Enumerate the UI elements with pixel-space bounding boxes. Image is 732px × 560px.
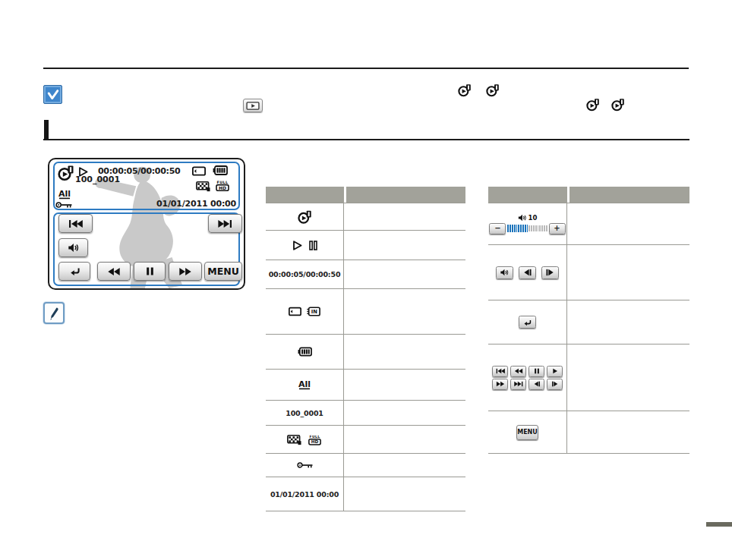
osd-indicators-table: 00:00:05/00:00:50 100_0001 01/01/2011 00… (266, 187, 465, 511)
top-divider (43, 68, 689, 69)
description-cell (344, 231, 465, 260)
frame-forward-icon (545, 269, 555, 276)
protect-key-icon (297, 461, 313, 469)
protect-key-icon (55, 201, 72, 209)
battery-icon (213, 165, 228, 175)
table-header-icon-col (266, 187, 344, 203)
playback-mode-button-icon (243, 99, 263, 112)
speaker-button[interactable] (496, 266, 513, 279)
description-cell (344, 203, 465, 230)
skip-next-button[interactable] (208, 214, 242, 233)
movie-play-mode-icon (458, 83, 472, 97)
description-cell (344, 477, 465, 511)
movie-play-mode-icon (298, 209, 312, 225)
lcd-playback-screen: 00:00:05/00:00:50 100_0001 01/01/2011 00… (48, 158, 245, 290)
battery-icon (298, 347, 312, 357)
fast-forward-button[interactable] (492, 379, 508, 390)
skip-previous-button[interactable] (58, 214, 93, 233)
full-hd-icon (214, 180, 231, 191)
rewind-button[interactable] (97, 262, 131, 281)
skip-next-icon (514, 381, 523, 387)
manual-page: 00:00:05/00:00:50 100_0001 01/01/2011 00… (0, 0, 732, 560)
table-row (488, 300, 689, 344)
date-time: 01/01/2011 00:00 (156, 199, 236, 209)
table-header (488, 187, 689, 203)
table-row: 01/01/2011 00:00 (266, 477, 465, 511)
note-check-icon (43, 85, 62, 104)
frame-back-button[interactable] (519, 266, 536, 279)
table-row: MENU (488, 411, 689, 454)
pause-filled-icon (532, 368, 541, 374)
section-title-bar (44, 120, 49, 140)
description-cell (344, 370, 465, 400)
play-option-all-icon (298, 379, 311, 391)
description-cell (344, 426, 465, 453)
description-cell (567, 203, 689, 244)
frame-forward-button[interactable] (541, 266, 559, 279)
table-row (266, 289, 465, 335)
volume-minus-button[interactable]: − (489, 223, 506, 234)
transport-buttons-grid (492, 366, 563, 390)
file-name-text: 100_0001 (286, 409, 323, 417)
table-row (488, 344, 689, 411)
frame-forward-icon (551, 381, 560, 387)
pause-button[interactable] (134, 262, 166, 281)
speaker-icon (518, 214, 527, 222)
fast-forward-button[interactable] (169, 262, 202, 281)
memory-card-icon (192, 166, 206, 176)
skip-previous-button[interactable] (492, 366, 508, 377)
volume-button[interactable] (58, 238, 88, 257)
movie-play-mode-icon (611, 98, 625, 112)
counter-text: 00:00:05/00:00:50 (269, 270, 341, 278)
volume-control: 10 − + (489, 214, 565, 234)
table-row (488, 245, 689, 300)
description-cell (567, 245, 689, 300)
description-cell (567, 300, 689, 344)
return-button[interactable] (519, 316, 536, 329)
skip-next-button[interactable] (510, 379, 526, 390)
frame-forward-button[interactable] (547, 379, 563, 390)
description-cell (344, 335, 465, 369)
full-hd-icon (307, 434, 323, 445)
file-name: 100_0001 (75, 175, 120, 184)
return-icon (522, 319, 532, 326)
pause-filled-button[interactable] (528, 366, 544, 377)
table-header (266, 187, 465, 203)
table-row (266, 454, 465, 477)
section-divider (43, 139, 689, 140)
volume-level-bar (507, 225, 547, 232)
rewind-button[interactable] (510, 366, 526, 377)
play-filled-button[interactable] (547, 366, 563, 377)
internal-memory-icon (307, 307, 320, 316)
description-cell (567, 344, 689, 411)
table-row (266, 231, 465, 260)
pause-indicator-icon (308, 240, 318, 251)
page-footer-tab (706, 522, 732, 527)
menu-button-label: MENU (207, 266, 239, 277)
frame-back-button[interactable] (528, 379, 544, 390)
movie-play-mode-icon (58, 165, 74, 181)
table-row: 00:00:05/00:00:50 (266, 260, 465, 289)
menu-button[interactable]: MENU (204, 262, 242, 281)
table-row (266, 335, 465, 370)
table-row: 100_0001 (266, 401, 465, 426)
description-cell (344, 454, 465, 477)
description-cell (567, 411, 689, 453)
play-filled-icon (551, 368, 560, 374)
memory-card-icon (289, 307, 301, 316)
volume-plus-button[interactable]: + (549, 223, 566, 234)
table-row (266, 370, 465, 401)
date-time-text: 01/01/2011 00:00 (270, 490, 339, 499)
return-button[interactable] (58, 262, 90, 281)
speaker-icon (500, 269, 510, 276)
table-header-desc-col (346, 187, 465, 203)
movie-play-mode-icon (586, 98, 600, 112)
description-cell (344, 401, 465, 425)
menu-button[interactable]: MENU (516, 425, 538, 440)
table-row (266, 426, 465, 454)
frame-back-icon (522, 269, 532, 276)
pencil-note-icon (43, 302, 65, 324)
rewind-icon (514, 368, 523, 374)
movie-play-mode-icon (486, 83, 500, 97)
skip-previous-icon (496, 368, 505, 374)
